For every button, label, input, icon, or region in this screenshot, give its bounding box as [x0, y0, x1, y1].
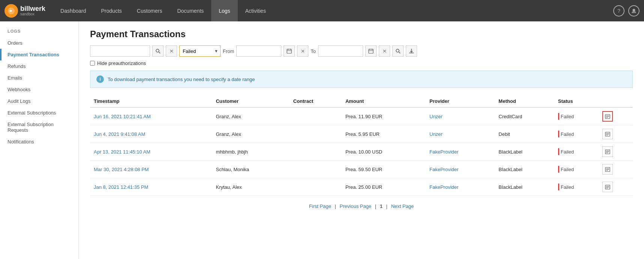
- user-button[interactable]: [628, 5, 639, 17]
- provider-link[interactable]: FakeProvider: [429, 167, 458, 172]
- cell-method: BlackLabel: [495, 161, 554, 178]
- provider-link[interactable]: FakeProvider: [429, 184, 458, 190]
- col-amount: Amount: [342, 95, 426, 107]
- status-filter-wrap: Failed Success Pending All ▼: [179, 45, 221, 57]
- cell-status: Failed: [554, 143, 599, 161]
- cell-timestamp: Apr 13, 2021 11:45:10 AM: [90, 143, 212, 161]
- nav-documents[interactable]: Documents: [170, 0, 211, 21]
- sidebar-item-emails[interactable]: Emails: [0, 72, 78, 84]
- provider-link[interactable]: FakeProvider: [429, 149, 458, 155]
- cell-status: Failed: [554, 125, 599, 143]
- cell-amount: Prea. 11.90 EUR: [342, 107, 426, 125]
- info-box: i To download payment transactions you n…: [90, 71, 633, 88]
- cell-timestamp: Jun 4, 2021 9:41:08 AM: [90, 125, 212, 143]
- help-button[interactable]: ?: [613, 5, 624, 17]
- logo-sub: sandbox: [20, 12, 45, 16]
- cell-contract: [290, 107, 342, 125]
- col-status: Status: [554, 95, 599, 107]
- pagination: First Page | Previous Page | 1 | Next Pa…: [90, 203, 633, 209]
- nav-items: Dashboard Products Customers Documents L…: [53, 0, 613, 21]
- svg-point-3: [156, 49, 159, 52]
- cell-contract: [290, 143, 342, 161]
- nav-customers[interactable]: Customers: [129, 0, 170, 21]
- sidebar-item-payment-transactions[interactable]: Payment Transactions: [0, 49, 78, 60]
- date-from-clear-button[interactable]: ✕: [297, 45, 308, 57]
- cell-customer: Krytau, Alex: [212, 178, 289, 196]
- hide-preauth-checkbox[interactable]: [90, 61, 95, 66]
- date-to-calendar-button[interactable]: [365, 45, 377, 57]
- cell-status: Failed: [554, 107, 599, 125]
- cell-provider: Unzer: [426, 107, 495, 125]
- date-search-button[interactable]: [392, 45, 404, 57]
- row-detail-button[interactable]: [602, 182, 613, 192]
- info-message: To download payment transactions you nee…: [108, 77, 255, 82]
- cell-amount: Prea. 25.00 EUR: [342, 178, 426, 196]
- row-detail-button[interactable]: [602, 111, 613, 122]
- cell-contract: [290, 125, 342, 143]
- hide-preauth-row: Hide preauthorizations: [90, 60, 633, 66]
- cell-timestamp: Jun 16, 2021 10:21:41 AM: [90, 107, 212, 125]
- cell-method: Debit: [495, 125, 554, 143]
- cell-provider: FakeProvider: [426, 178, 495, 196]
- logo-text: billwerk: [20, 5, 45, 12]
- search-input[interactable]: [90, 45, 150, 57]
- previous-page-link[interactable]: Previous Page: [340, 203, 372, 209]
- cell-action: [599, 143, 633, 161]
- from-label: From: [223, 48, 234, 54]
- sidebar-item-webhooks[interactable]: Webhooks: [0, 84, 78, 95]
- date-to-input[interactable]: [318, 45, 363, 57]
- logo[interactable]: billwerk sandbox: [5, 4, 45, 18]
- sidebar-item-orders[interactable]: Orders: [0, 37, 78, 49]
- date-from-calendar-button[interactable]: [284, 45, 295, 57]
- table-row: Jan 8, 2021 12:41:35 PM Krytau, Alex Pre…: [90, 178, 633, 196]
- sidebar-item-external-subscription-requests[interactable]: External Subscription Requests: [0, 119, 78, 136]
- sidebar-item-refunds[interactable]: Refunds: [0, 60, 78, 72]
- download-button[interactable]: [406, 45, 417, 57]
- cell-method: BlackLabel: [495, 178, 554, 196]
- nav-products[interactable]: Products: [94, 0, 129, 21]
- row-detail-button[interactable]: [602, 146, 613, 157]
- date-to-clear-button[interactable]: ✕: [379, 45, 390, 57]
- provider-link[interactable]: Unzer: [429, 131, 443, 137]
- cell-method: CreditCard: [495, 107, 554, 125]
- sidebar-item-audit-logs[interactable]: Audit Logs: [0, 95, 78, 107]
- first-page-link[interactable]: First Page: [309, 203, 331, 209]
- transactions-table: Timestamp Customer Contract Amount Provi…: [90, 95, 633, 196]
- cell-status: Failed: [554, 161, 599, 178]
- cell-amount: Prea. 10.00 USD: [342, 143, 426, 161]
- nav-logs[interactable]: Logs: [211, 0, 237, 21]
- sidebar-item-external-subscriptions[interactable]: External Subscriptions: [0, 107, 78, 119]
- col-customer: Customer: [212, 95, 289, 107]
- status-indicator: [558, 148, 559, 155]
- cell-method: BlackLabel: [495, 143, 554, 161]
- search-button[interactable]: [152, 45, 164, 57]
- main-content: Payment Transactions ✕ Failed Success Pe…: [79, 21, 644, 259]
- svg-rect-5: [287, 49, 291, 53]
- filter-bar: ✕ Failed Success Pending All ▼ From: [90, 45, 633, 57]
- status-text: Failed: [561, 184, 574, 190]
- hide-preauth-label[interactable]: Hide preauthorizations: [97, 60, 146, 66]
- status-text: Failed: [561, 131, 574, 137]
- sidebar-section-title: LOGS: [0, 29, 78, 37]
- cell-contract: [290, 161, 342, 178]
- nav-activities[interactable]: Activities: [238, 0, 273, 21]
- date-from-input[interactable]: [236, 45, 281, 57]
- status-filter[interactable]: Failed Success Pending All: [179, 45, 221, 57]
- next-page-link[interactable]: Next Page: [391, 203, 414, 209]
- info-icon: i: [96, 75, 104, 83]
- nav-right: ?: [613, 5, 639, 17]
- provider-link[interactable]: Unzer: [429, 114, 443, 119]
- nav-dashboard[interactable]: Dashboard: [53, 0, 94, 21]
- status-indicator: [558, 113, 559, 120]
- search-clear-button[interactable]: ✕: [166, 45, 177, 57]
- table-row: Jun 16, 2021 10:21:41 AM Granz, Alex Pre…: [90, 107, 633, 125]
- logo-icon: [5, 4, 18, 18]
- cell-contract: [290, 178, 342, 196]
- cell-customer: Schlau, Monika: [212, 161, 289, 178]
- col-method: Method: [495, 95, 554, 107]
- row-detail-button[interactable]: [602, 129, 613, 139]
- row-detail-button[interactable]: [602, 164, 613, 175]
- status-indicator: [558, 166, 559, 173]
- sidebar-item-notifications[interactable]: Notifications: [0, 136, 78, 148]
- cell-action: [599, 178, 633, 196]
